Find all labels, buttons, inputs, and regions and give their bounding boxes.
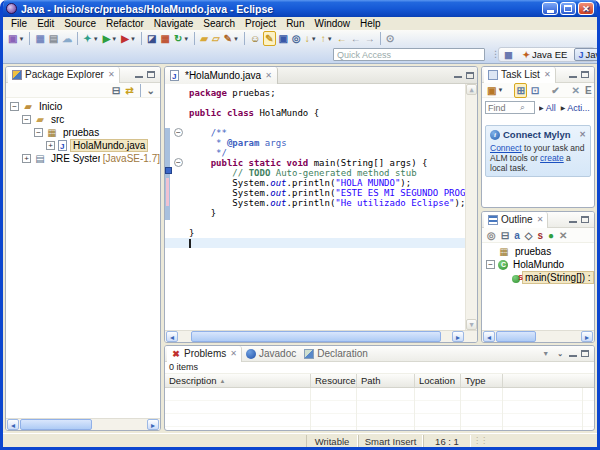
back-icon[interactable]: ← (350, 31, 362, 46)
column-header-type[interactable]: Type (461, 374, 503, 387)
tab-task-list[interactable]: Task List ✕ (484, 67, 556, 83)
new-java-project-icon[interactable]: ◪ (146, 31, 157, 46)
minimize-button[interactable] (542, 2, 558, 15)
dropdown-arrow-icon[interactable]: ▼ (327, 36, 333, 42)
code-line-10[interactable]: System.out.println("HOLA MUNDO"); (165, 178, 465, 188)
code-line-11[interactable]: System.out.println("ESTE ES MI SEGUNDO P… (165, 188, 465, 198)
perspective-java[interactable]: JJava (574, 48, 600, 61)
collapse-all-icon[interactable]: ⊟ (500, 228, 510, 243)
minimize-view-icon[interactable] (569, 350, 577, 358)
menu-help[interactable]: Help (355, 18, 386, 29)
menu-edit[interactable]: Edit (32, 18, 59, 29)
dropdown-arrow-icon[interactable]: ▼ (233, 36, 239, 42)
close-button[interactable]: ✕ (578, 2, 594, 15)
outline-close-icon[interactable]: ✕ (537, 215, 544, 224)
mark-occurrences-icon[interactable]: ✎ (263, 31, 275, 46)
maximize-editor-icon[interactable] (466, 72, 474, 79)
menu-window[interactable]: Window (309, 18, 355, 29)
problems-table-body[interactable] (165, 388, 594, 430)
code-line-12[interactable]: System.out.println("He utilizado Eclipse… (165, 198, 465, 208)
code-line-5[interactable]: − /** (165, 128, 465, 138)
view-menu-icon[interactable]: ⌄ (146, 83, 156, 98)
quick-access-input[interactable] (333, 48, 485, 61)
hide-non-public-icon[interactable]: ● (547, 228, 555, 243)
print-icon[interactable]: ▤ (48, 31, 59, 46)
column-header-path[interactable]: Path (357, 374, 415, 387)
expand-icon[interactable]: + (22, 154, 31, 163)
maximize-view-icon[interactable] (581, 350, 589, 357)
collapse-all-icon[interactable]: ⊟ (111, 83, 121, 98)
fold-collapse-icon[interactable]: − (174, 158, 183, 167)
editor-hscrollbar[interactable]: ◂ ▸ (165, 330, 477, 342)
minimize-editor-icon[interactable] (454, 71, 462, 79)
outline-item-main-string-vo[interactable]: main(String[]) : vo (482, 271, 594, 284)
perspective-java-ee[interactable]: ✦Java EE (520, 48, 571, 61)
menu-run[interactable]: Run (281, 18, 309, 29)
column-header-resource[interactable]: Resource (311, 374, 357, 387)
scope-link-all[interactable]: All (546, 103, 556, 113)
collapse-icon[interactable]: − (10, 102, 19, 111)
code-line-1[interactable]: package pruebas; (165, 88, 465, 98)
hide-fields-icon[interactable]: ◇ (524, 228, 534, 243)
scope-link-acti[interactable]: Acti... (567, 103, 590, 113)
package-explorer-item-inicio[interactable]: −▰Inicio (6, 100, 160, 113)
search-icon[interactable]: ◎ (291, 31, 302, 46)
code-line-8[interactable]: − public static void main(String[] args)… (165, 158, 465, 168)
hide-local-types-icon[interactable]: ✕ (558, 228, 568, 243)
run-icon[interactable]: ▶▼ (102, 31, 119, 46)
expand-icon[interactable]: + (46, 141, 55, 150)
problems-close-icon[interactable]: ✕ (230, 349, 237, 358)
scroll-right-icon[interactable]: ▸ (147, 419, 159, 430)
external-tools-icon[interactable]: ✦▼ (82, 31, 99, 46)
editor-vscrollbar[interactable]: ▲ ▼ (465, 84, 477, 330)
collapse-icon[interactable]: − (486, 260, 495, 269)
tab-declaration[interactable]: Declaration (300, 346, 372, 362)
maximize-view-icon[interactable] (147, 71, 155, 78)
tab-javadoc[interactable]: Javadoc (242, 346, 300, 362)
dropdown-arrow-icon[interactable]: ▼ (18, 36, 24, 42)
forward-icon[interactable]: → (364, 31, 376, 46)
task-list-close-icon[interactable]: ✕ (544, 70, 551, 79)
code-line-14[interactable] (165, 218, 465, 228)
focus-icon[interactable]: ◎ (486, 228, 497, 243)
code-line-7[interactable]: */ (165, 148, 465, 158)
publish-icon[interactable]: ☁ (61, 31, 73, 46)
code-line-6[interactable]: * @param args (165, 138, 465, 148)
hide-static-icon[interactable]: s (536, 228, 544, 243)
scheduled-icon[interactable]: ⊡ (530, 83, 540, 98)
code-line-4[interactable] (165, 118, 465, 128)
code-editor[interactable]: package pruebas;public class HolaMundo {… (165, 84, 477, 330)
scroll-down-icon[interactable]: ▼ (466, 319, 477, 330)
menu-source[interactable]: Source (59, 18, 101, 29)
view-menu-icon[interactable]: ⌄ (556, 346, 564, 361)
link-with-editor-icon[interactable]: ⇄ (124, 83, 134, 98)
last-edit-icon[interactable]: ← (336, 31, 348, 46)
scroll-up-icon[interactable]: ▲ (466, 84, 477, 95)
dropdown-arrow-icon[interactable]: ▼ (130, 36, 136, 42)
sort-icon[interactable]: a (513, 228, 521, 243)
menu-search[interactable]: Search (198, 18, 240, 29)
menu-file[interactable]: File (6, 18, 32, 29)
package-explorer-item-pruebas[interactable]: −▦pruebas (6, 126, 160, 139)
package-explorer-item-holamundo-java[interactable]: +HolaMundo.java (6, 139, 160, 152)
code-line-15[interactable]: } (165, 228, 465, 238)
save-icon[interactable]: ▦ (34, 31, 45, 46)
scroll-right-icon[interactable]: ▸ (581, 331, 593, 342)
outline-item-pruebas[interactable]: ▦pruebas (482, 245, 594, 258)
debug-icon[interactable]: ▶▼ (120, 31, 137, 46)
mylyn-close-icon[interactable]: ✕ (579, 130, 586, 139)
menu-navigate[interactable]: Navigate (149, 18, 198, 29)
package-explorer-item-jre-system-library[interactable]: +▤JRE System Library[JavaSE-1.7] (6, 152, 160, 165)
mylyn-link-create[interactable]: create (540, 153, 564, 163)
package-explorer-item-src[interactable]: −▰src (6, 113, 160, 126)
new-task-icon[interactable]: ▣▼ (486, 83, 504, 98)
package-explorer-hscrollbar[interactable]: ◂ ▸ (6, 418, 160, 430)
scroll-left-icon[interactable]: ◂ (483, 331, 495, 342)
deactivate-task-icon[interactable]: ✕ (571, 83, 581, 98)
task-find-input[interactable] (488, 103, 520, 113)
import-icon[interactable]: ▱ (211, 31, 221, 46)
open-perspective-button[interactable]: ▦ (501, 48, 516, 61)
package-explorer-close-icon[interactable]: ✕ (108, 70, 115, 79)
code-line-13[interactable]: } (165, 208, 465, 218)
categorized-icon[interactable]: ⊞ (514, 83, 526, 98)
